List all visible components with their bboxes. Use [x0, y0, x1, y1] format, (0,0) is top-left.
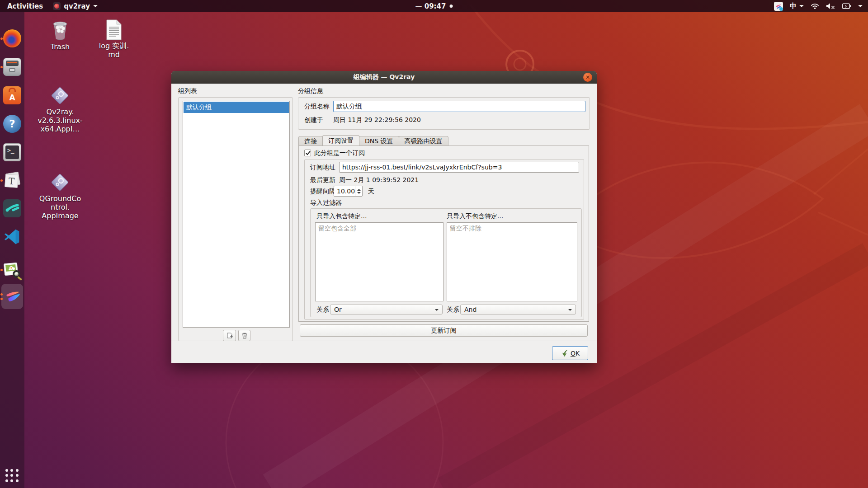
trash-icon	[241, 332, 248, 339]
icon-label: log 实训.	[87, 42, 141, 50]
dialog-title: 组编辑器 — Qv2ray	[354, 73, 415, 81]
app-menu-label: qv2ray	[64, 2, 90, 10]
text-editor-icon: T	[3, 171, 21, 189]
group-name-label: 分组名称	[304, 101, 330, 112]
spin-down-icon[interactable]	[357, 192, 361, 194]
add-document-icon	[226, 332, 233, 339]
dock-qv2ray[interactable]	[3, 287, 21, 305]
desktop-icon-log-md[interactable]: log 实训. md	[87, 19, 141, 59]
icon-label: QGroundCo	[33, 194, 87, 203]
dock-text-editor[interactable]: T	[3, 171, 21, 189]
include-relation-label: 关系	[316, 305, 329, 314]
desktop-icon-qgroundcontrol-appimage[interactable]: QGroundCo ntrol. AppImage	[33, 172, 87, 220]
firefox-icon	[3, 29, 21, 47]
appimage-icon	[49, 85, 71, 107]
dock-help[interactable]: ?	[3, 115, 21, 133]
dialog-separator	[171, 341, 597, 341]
include-filter-header: 只导入包含特定...	[316, 212, 367, 221]
ok-button[interactable]: OK	[552, 346, 588, 360]
input-method-indicator[interactable]: 中	[790, 2, 804, 10]
qv2ray-app-icon	[53, 2, 61, 10]
markdown-document-icon	[105, 19, 123, 41]
dock-ubuntu-software[interactable]: A	[3, 86, 21, 104]
update-subscription-button[interactable]: 更新订阅	[300, 324, 588, 337]
exclude-filter-textarea[interactable]	[447, 222, 577, 301]
created-at-value: 周日 11月 29 22:29:56 2020	[333, 115, 421, 125]
delete-group-button[interactable]	[238, 330, 250, 341]
ok-label-accel: O	[571, 350, 576, 357]
dock-dev-app[interactable]	[3, 199, 21, 217]
exclude-relation-label: 关系	[447, 305, 459, 314]
include-relation-combobox[interactable]: Or	[330, 305, 443, 314]
close-button[interactable]: ✕	[583, 73, 592, 82]
chevron-down-icon	[568, 309, 572, 311]
dev-app-icon	[3, 199, 21, 217]
desktop-icon-trash[interactable]: Trash	[33, 19, 87, 51]
include-relation-value: Or	[334, 306, 342, 313]
exclude-relation-value: And	[464, 306, 476, 313]
icon-label: v2.6.3.linux-	[33, 116, 87, 125]
dock-terminal[interactable]: >_	[3, 143, 21, 161]
running-indicator	[0, 269, 3, 271]
dock-vscode[interactable]	[3, 228, 21, 246]
app-menu[interactable]: qv2ray	[53, 2, 98, 10]
subscription-tab-pane: 此分组是一个订阅 订阅地址 最后更新 周一 2月 1 09:39:52 2021…	[298, 145, 589, 322]
last-updated-value: 周一 2月 1 09:39:52 2021	[339, 175, 419, 185]
import-filters-label: 导入过滤器	[310, 197, 342, 207]
wifi-icon	[811, 3, 819, 9]
icon-label: Qv2ray.	[33, 108, 87, 116]
show-applications-icon[interactable]	[5, 469, 19, 483]
group-editor-dialog: 组编辑器 — Qv2ray ✕ 组列表 默认分组 分组信息 分组名称 创建于 周…	[171, 71, 597, 363]
tab-advanced-route-settings[interactable]: 高级路由设置	[399, 136, 448, 145]
update-interval-spinner[interactable]: 10.00	[334, 186, 363, 197]
dock-files[interactable]	[3, 58, 21, 76]
dialog-titlebar[interactable]: 组编辑器 — Qv2ray ✕	[171, 71, 597, 84]
dock-image-viewer[interactable]	[3, 261, 21, 279]
group-list[interactable]: 默认分组	[183, 101, 290, 328]
add-group-button[interactable]	[223, 330, 236, 341]
interval-value: 10.00	[337, 186, 355, 196]
exclude-relation-combobox[interactable]: And	[460, 305, 576, 314]
interval-unit-label: 天	[368, 186, 374, 197]
dock-firefox[interactable]	[3, 29, 21, 47]
running-indicator	[0, 66, 3, 68]
tab-connections[interactable]: 连接	[298, 136, 323, 145]
spinner-arrows[interactable]	[355, 186, 362, 196]
top-bar: Activities qv2ray — 09:47 中	[0, 0, 868, 12]
chevron-down-icon	[799, 5, 804, 7]
trash-icon	[49, 19, 71, 42]
ubuntu-software-icon: A	[3, 86, 21, 104]
terminal-icon: >_	[3, 143, 21, 161]
subscription-details-box: 订阅地址 最后更新 周一 2月 1 09:39:52 2021 提醒间隔 10.…	[304, 159, 584, 320]
tab-bar: 连接 订阅设置 DNS 设置 高级路由设置	[298, 135, 448, 145]
clock[interactable]: — 09:47	[415, 2, 453, 10]
qv2ray-tray-icon[interactable]	[774, 2, 783, 11]
volume-muted-icon	[826, 3, 835, 9]
activities-button[interactable]: Activities	[5, 2, 46, 10]
list-item[interactable]: 默认分组	[184, 102, 289, 113]
running-indicator	[0, 298, 3, 300]
group-info-label: 分组信息	[298, 87, 323, 95]
chevron-down-icon[interactable]	[858, 5, 863, 7]
group-list-label: 组列表	[178, 87, 197, 95]
desktop-icon-qv2ray-appimage[interactable]: Qv2ray. v2.6.3.linux- x64.AppI…	[33, 85, 87, 133]
include-filter-textarea[interactable]	[315, 222, 443, 301]
icon-label: ntrol.	[33, 203, 87, 211]
battery-icon	[842, 3, 851, 9]
chevron-down-icon	[435, 309, 439, 311]
tab-subscription-settings[interactable]: 订阅设置	[322, 135, 359, 145]
appimage-icon	[49, 172, 71, 193]
image-viewer-icon	[3, 261, 21, 279]
group-name-input[interactable]	[333, 101, 585, 112]
system-tray: 中	[774, 2, 863, 11]
qv2ray-icon	[3, 287, 21, 305]
is-subscription-checkbox[interactable]	[304, 150, 311, 156]
subscription-address-label: 订阅地址	[310, 162, 335, 173]
spin-up-icon[interactable]	[357, 189, 361, 191]
icon-label: Trash	[33, 42, 87, 51]
icon-label: AppImage	[33, 211, 87, 220]
tab-dns-settings[interactable]: DNS 设置	[359, 136, 399, 145]
subscription-address-input[interactable]	[339, 162, 579, 173]
exclude-filter-header: 只导入不包含特定...	[447, 212, 503, 221]
ok-check-icon	[561, 350, 568, 357]
